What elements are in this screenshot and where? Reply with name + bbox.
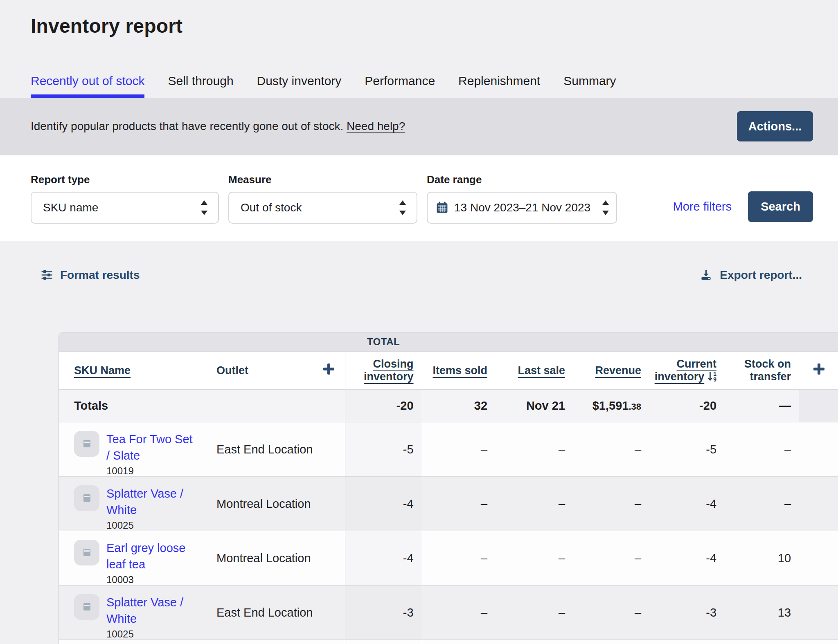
date-range-label: Date range <box>427 173 617 186</box>
export-report-button[interactable]: Export report... <box>700 268 802 282</box>
format-results-button[interactable]: Format results <box>41 268 140 282</box>
need-help-link[interactable]: Need help? <box>347 120 405 132</box>
items-sold-cell: – <box>422 477 496 531</box>
current-inventory-cell: -3 <box>649 586 725 640</box>
column-header-sku-name[interactable]: SKU Name <box>59 352 212 390</box>
report-type-select[interactable]: SKU name <box>31 192 219 224</box>
measure-label: Measure <box>228 173 417 186</box>
product-cell: Splatter Vase / White 10025 <box>59 477 212 531</box>
product-cell: Tea For Two Set / Slate 10019 <box>59 422 212 477</box>
download-icon <box>700 269 712 281</box>
plus-icon <box>813 364 824 375</box>
info-banner: Identify popular products that have rece… <box>0 98 838 155</box>
empty-cell <box>799 477 838 531</box>
product-link[interactable]: Tea For Two Set / Slate <box>106 431 194 464</box>
last-sale-cell: – <box>496 422 573 477</box>
stock-on-transfer-cell: 13 <box>725 586 799 640</box>
table-header-row: SKU Name Outlet Closing inventory Items … <box>59 352 838 390</box>
revenue-cell: – <box>573 422 649 477</box>
totals-items-sold: 32 <box>422 390 496 422</box>
measure-select[interactable]: Out of stock <box>228 192 417 224</box>
banner-description: Identify popular products that have rece… <box>31 120 405 133</box>
tab-recently-out-of-stock[interactable]: Recently out of stock <box>31 74 144 98</box>
product-cell: Splatter Vase / White 10025 <box>59 586 212 640</box>
product-sku: 10019 <box>106 466 194 476</box>
closing-inventory-cell: -3 <box>345 586 422 640</box>
totals-label: Totals <box>59 390 345 422</box>
report-type-value: SKU name <box>43 201 98 214</box>
totals-closing-inventory: -20 <box>345 390 422 422</box>
totals-last-sale: Nov 21 <box>496 390 573 422</box>
measure-value: Out of stock <box>241 201 302 214</box>
tab-performance[interactable]: Performance <box>365 74 435 98</box>
report-tabs: Recently out of stock Sell through Dusty… <box>31 74 813 98</box>
outlet-cell: East End Location <box>212 586 313 640</box>
tab-dusty-inventory[interactable]: Dusty inventory <box>257 74 342 98</box>
items-sold-cell: – <box>422 586 496 640</box>
product-link[interactable]: Earl grey loose leaf tea <box>106 540 194 573</box>
totals-revenue: $1,591.38 <box>573 390 649 422</box>
last-sale-cell: – <box>496 477 573 531</box>
product-image-icon <box>83 603 90 610</box>
empty-cell <box>799 531 838 586</box>
plus-icon <box>323 364 334 375</box>
product-link[interactable]: Splatter Vase / White <box>106 485 194 518</box>
stock-on-transfer-cell: – <box>725 477 799 531</box>
totals-add-column-cell <box>799 390 838 422</box>
items-sold-cell: – <box>422 531 496 586</box>
product-image-icon <box>83 440 90 447</box>
add-column-button[interactable] <box>313 352 345 390</box>
empty-cell <box>313 586 345 640</box>
format-results-label: Format results <box>60 268 140 282</box>
column-header-last-sale[interactable]: Last sale <box>496 352 573 390</box>
column-header-outlet: Outlet <box>212 352 313 390</box>
product-thumbnail <box>74 540 99 565</box>
report-type-group: Report type SKU name <box>31 155 219 241</box>
empty-cell <box>799 586 838 640</box>
more-filters-link[interactable]: More filters <box>673 200 732 213</box>
product-sku: 10025 <box>106 520 194 531</box>
product-image-icon <box>83 549 90 556</box>
tab-replenishment[interactable]: Replenishment <box>458 74 540 98</box>
closing-inventory-cell: -4 <box>345 531 422 586</box>
date-range-group: Date range 13 Nov 2023–21 Nov 2023 <box>427 155 617 241</box>
banner-text: Identify popular products that have rece… <box>31 120 343 132</box>
table-row: Tea For Two Set / Slate 10019 East End L… <box>59 422 838 477</box>
measure-group: Measure Out of stock <box>228 155 417 241</box>
revenue-cell: – <box>573 586 649 640</box>
current-inventory-cell: -4 <box>649 531 725 586</box>
product-cell: Earl grey loose leaf tea 10003 <box>59 531 212 586</box>
page-title: Inventory report <box>31 0 813 37</box>
search-button[interactable]: Search <box>748 191 813 222</box>
report-table: TOTAL SKU Name Outlet Closing inventory … <box>59 332 838 644</box>
empty-cell <box>313 531 345 586</box>
results-section: Format results Export report... TOTAL <box>0 268 838 644</box>
tab-sell-through[interactable]: Sell through <box>168 74 233 98</box>
page-header: Inventory report Recently out of stock S… <box>0 0 838 98</box>
totals-stock-on-transfer: — <box>725 390 799 422</box>
actions-button[interactable]: Actions... <box>737 111 813 141</box>
calendar-icon <box>436 201 448 214</box>
table-row-partial <box>59 640 838 644</box>
revenue-cell: – <box>573 531 649 586</box>
export-report-label: Export report... <box>720 268 802 282</box>
product-thumbnail <box>74 594 99 620</box>
table-row: Splatter Vase / White 10025 East End Loc… <box>59 586 838 640</box>
column-header-current-inventory[interactable]: Current inventory19 <box>649 352 725 390</box>
product-image-icon <box>83 494 90 502</box>
outlet-cell: Montreal Location <box>212 477 313 531</box>
table-group-header-row: TOTAL <box>59 332 838 352</box>
tab-summary[interactable]: Summary <box>563 74 616 98</box>
last-sale-cell: – <box>496 531 573 586</box>
column-header-closing-inventory[interactable]: Closing inventory <box>345 352 422 390</box>
date-range-select[interactable]: 13 Nov 2023–21 Nov 2023 <box>427 192 617 224</box>
add-column-button[interactable] <box>799 352 838 390</box>
outlet-cell: Montreal Location <box>212 531 313 586</box>
report-type-label: Report type <box>31 173 219 186</box>
spinner-icon <box>399 200 406 215</box>
column-header-items-sold[interactable]: Items sold <box>422 352 496 390</box>
product-link[interactable]: Splatter Vase / White <box>106 594 194 627</box>
empty-cell <box>799 422 838 477</box>
product-sku: 10003 <box>106 574 194 585</box>
column-header-revenue[interactable]: Revenue <box>573 352 649 390</box>
